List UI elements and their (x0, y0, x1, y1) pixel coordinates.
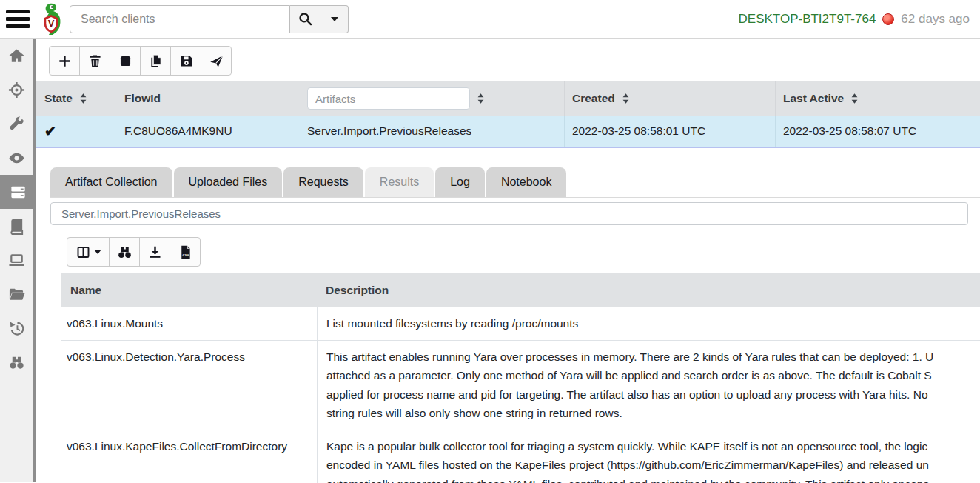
tab-artifact-collection[interactable]: Artifact Collection (50, 167, 172, 197)
artifact-name: v063.Linux.Detection.Yara.Process (61, 341, 317, 430)
binoculars-icon (8, 354, 25, 371)
artifacts-filter-input[interactable] (307, 87, 470, 110)
server-icon (10, 184, 27, 201)
svg-text:V: V (48, 18, 55, 29)
topbar: V DESKTOP-BTI2T9T-764 62 days ago (0, 0, 980, 39)
col-last-active-label: Last Active (783, 92, 844, 105)
result-row[interactable]: v063.Linux.Detection.Yara.Process This a… (61, 341, 980, 430)
csv-file-icon: csv (178, 244, 193, 260)
folder-open-icon (8, 286, 25, 303)
result-row[interactable]: v063.Linux.KapeFiles.CollectFromDirector… (61, 430, 980, 483)
artifact-name: v063.Linux.Mounts (61, 307, 317, 340)
flows-table: State FlowId Created (36, 81, 980, 148)
tab-log[interactable]: Log (435, 167, 485, 197)
client-last-seen: 62 days ago (901, 12, 970, 27)
delete-button[interactable] (79, 46, 110, 76)
sidebar-item-host[interactable] (0, 243, 33, 277)
stop-button[interactable] (110, 46, 141, 76)
results-table-header: Name Description (61, 273, 980, 307)
binoculars-icon (117, 244, 132, 260)
chevron-down-icon (94, 250, 101, 254)
result-row[interactable]: v063.Linux.Mounts List mounted filesyste… (61, 307, 980, 341)
tab-uploaded-files[interactable]: Uploaded Files (174, 167, 283, 197)
client-status-icon (882, 13, 894, 25)
search-results-button[interactable] (109, 237, 140, 267)
new-collection-button[interactable] (49, 46, 80, 76)
artifact-name: v063.Linux.KapeFiles.CollectFromDirector… (61, 430, 317, 483)
history-clock-icon (8, 320, 25, 337)
tab-notebook[interactable]: Notebook (486, 167, 567, 197)
col-created-label: Created (572, 92, 615, 105)
copy-button[interactable] (140, 46, 171, 76)
velociraptor-logo: V (38, 2, 67, 36)
flow-created-value: 2022-03-25 08:58:01 UTC (572, 124, 705, 138)
trash-icon (87, 53, 103, 69)
laptop-icon (8, 252, 25, 269)
flow-last-active-value: 2022-03-25 08:58:07 UTC (783, 124, 916, 138)
book-icon (8, 218, 25, 235)
sidebar-item-tools[interactable] (0, 107, 33, 141)
column-select-button[interactable] (67, 237, 110, 267)
flows-toolbar (36, 39, 980, 81)
hamburger-menu-icon[interactable] (6, 10, 30, 28)
crosshair-icon (8, 81, 25, 99)
flow-id-value: F.C8UO86A4MK9NU (124, 124, 232, 138)
svg-text:csv: csv (182, 253, 189, 257)
col-description-label: Description (317, 284, 980, 297)
copy-icon (148, 53, 164, 69)
flow-detail-tabs: Artifact Collection Uploaded Files Reque… (50, 167, 980, 198)
sidebar-item-home[interactable] (0, 39, 33, 73)
sidebar (0, 39, 36, 482)
tab-requests[interactable]: Requests (283, 167, 363, 197)
home-icon (8, 47, 25, 64)
sidebar-item-history[interactable] (0, 311, 33, 345)
save-button[interactable] (170, 46, 201, 76)
sort-state-icon[interactable] (78, 93, 89, 104)
main-content: State FlowId Created (36, 39, 980, 482)
col-flowid-label: FlowId (124, 92, 161, 105)
download-button[interactable] (139, 237, 170, 267)
sidebar-item-inspect[interactable] (0, 141, 33, 175)
sort-last-active-icon[interactable] (849, 93, 860, 104)
results-toolbar: csv (67, 237, 980, 267)
plus-icon (57, 53, 73, 69)
search-input[interactable] (70, 5, 290, 33)
flow-row-selected[interactable]: ✔ F.C8UO86A4MK9NU Server.Import.Previous… (36, 116, 980, 148)
sidebar-item-search-artifacts[interactable] (0, 345, 33, 379)
sort-created-icon[interactable] (620, 93, 631, 104)
sort-artifacts-icon[interactable] (475, 93, 486, 104)
stop-square-icon (118, 53, 133, 69)
artifact-description: List mounted filesystems by reading /pro… (317, 307, 980, 340)
artifact-selector-input[interactable] (50, 202, 968, 225)
flow-state-check-icon: ✔ (44, 123, 56, 140)
col-name-label: Name (61, 284, 317, 297)
results-table: Name Description v063.Linux.Mounts List … (61, 273, 980, 483)
sidebar-item-files[interactable] (0, 277, 33, 311)
save-floppy-icon (178, 53, 194, 69)
sidebar-item-hunts[interactable] (0, 73, 33, 107)
client-label[interactable]: DESKTOP-BTI2T9T-764 (739, 12, 876, 27)
launch-button[interactable] (201, 46, 232, 76)
col-state-label: State (44, 92, 73, 105)
columns-icon (75, 244, 91, 260)
search-options-dropdown[interactable] (320, 5, 349, 33)
paper-plane-icon (209, 53, 224, 69)
download-csv-button[interactable]: csv (170, 237, 201, 267)
download-icon (147, 244, 163, 260)
flow-artifacts-value: Server.Import.PreviousReleases (307, 124, 471, 138)
eye-icon (8, 150, 25, 167)
artifact-description: This artifact enables running Yara over … (317, 341, 980, 430)
sidebar-item-server-collections[interactable] (0, 175, 36, 209)
wrench-icon (8, 116, 25, 133)
sidebar-item-notebooks[interactable] (0, 209, 33, 243)
search-button[interactable] (290, 5, 320, 33)
chevron-down-icon (331, 17, 338, 21)
artifact-description: Kape is a popular bulk collector tool fo… (317, 430, 980, 483)
search-icon (298, 11, 313, 27)
flows-table-header: State FlowId Created (36, 81, 980, 116)
tab-results[interactable]: Results (365, 167, 434, 197)
